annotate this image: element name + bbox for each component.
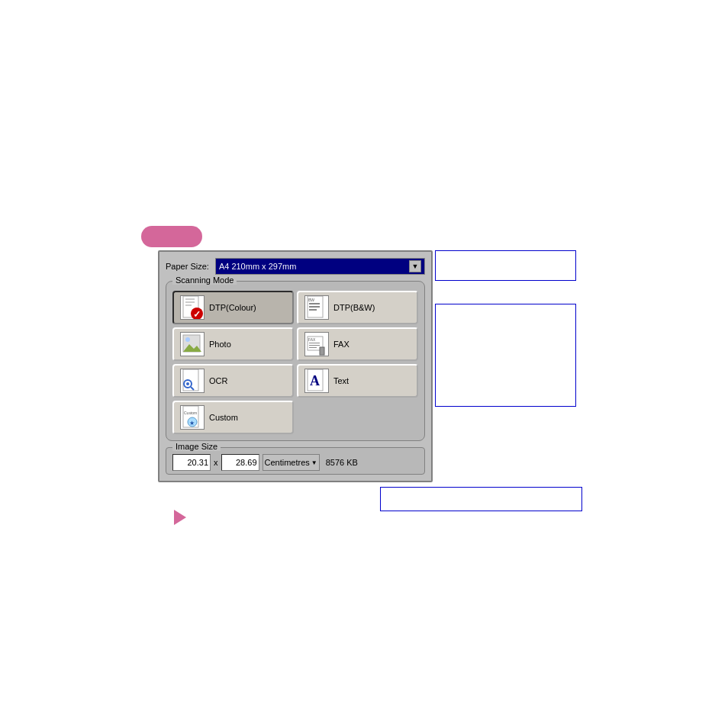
svg-rect-1	[185, 298, 195, 300]
text-label: Text	[333, 376, 349, 385]
svg-text:✓: ✓	[193, 309, 201, 320]
paper-size-label: Paper Size:	[166, 262, 209, 271]
svg-rect-2	[185, 301, 195, 303]
dtp-bw-icon: BW	[304, 295, 329, 320]
dtp-color-icon: ✓	[180, 295, 205, 320]
custom-button[interactable]: Custom ★ Custom	[172, 401, 294, 434]
image-size-x: x	[214, 458, 218, 467]
image-size-legend: Image Size	[172, 442, 221, 451]
paper-size-dropdown-arrow[interactable]: ▼	[409, 260, 421, 272]
paper-size-row: Paper Size: A4 210mm x 297mm ▼	[166, 258, 425, 275]
svg-rect-17	[309, 345, 320, 346]
svg-text:FAX: FAX	[308, 337, 316, 342]
svg-rect-10	[309, 309, 317, 311]
svg-rect-9	[309, 306, 320, 308]
units-value: Centimetres	[265, 458, 310, 467]
svg-rect-18	[309, 347, 317, 348]
custom-label: Custom	[209, 413, 238, 422]
photo-button[interactable]: Photo	[172, 327, 294, 361]
pink-pill-decoration	[141, 226, 202, 247]
fax-icon: FAX	[304, 332, 329, 356]
ocr-icon	[180, 369, 205, 393]
image-size-group: Image Size x Centimetres ▼ 8576 KB	[166, 447, 425, 475]
dtp-color-label: DTP(Colour)	[209, 303, 256, 312]
image-height-input[interactable]	[221, 454, 259, 471]
annotation-box-image-size	[380, 487, 582, 511]
pink-arrow-decoration	[174, 510, 186, 525]
custom-icon: Custom ★	[180, 405, 205, 430]
dtp-bw-label: DTP(B&W)	[333, 303, 375, 312]
image-width-input[interactable]	[172, 454, 211, 471]
svg-text:BW: BW	[308, 298, 314, 302]
svg-point-22	[186, 382, 189, 385]
paper-size-value: A4 210mm x 297mm	[219, 262, 296, 271]
units-dropdown-arrow: ▼	[311, 459, 317, 466]
units-dropdown[interactable]: Centimetres ▼	[263, 454, 320, 471]
scanning-mode-legend: Scanning Mode	[172, 275, 237, 285]
fax-label: FAX	[333, 340, 350, 349]
svg-text:A: A	[310, 373, 320, 388]
ocr-label: OCR	[209, 376, 227, 385]
photo-icon	[180, 332, 205, 356]
annotation-box-scanning-mode	[435, 304, 576, 407]
scanning-mode-group: Scanning Mode ✓ DTP(Colour)	[166, 281, 425, 441]
svg-point-12	[185, 337, 190, 342]
photo-label: Photo	[209, 340, 231, 349]
annotation-box-paper-size	[435, 250, 576, 281]
dtp-bw-button[interactable]: BW DTP(B&W)	[297, 291, 418, 324]
svg-text:Custom: Custom	[184, 411, 197, 415]
image-size-row: x Centimetres ▼ 8576 KB	[172, 454, 418, 471]
text-button[interactable]: A Text	[297, 364, 418, 398]
svg-text:★: ★	[189, 420, 195, 427]
paper-size-dropdown[interactable]: A4 210mm x 297mm ▼	[215, 258, 425, 275]
file-size-value: 8576 KB	[326, 458, 358, 467]
svg-rect-16	[309, 343, 320, 343]
ocr-button[interactable]: OCR	[172, 364, 294, 398]
fax-button[interactable]: FAX FAX	[297, 327, 418, 361]
text-icon: A	[304, 369, 329, 393]
scanning-mode-grid: ✓ DTP(Colour) BW DTP(B&W)	[172, 291, 418, 434]
scanner-dialog: Paper Size: A4 210mm x 297mm ▼ Scanning …	[158, 250, 433, 482]
dtp-color-button[interactable]: ✓ DTP(Colour)	[172, 291, 294, 324]
svg-rect-3	[185, 304, 192, 306]
svg-rect-19	[320, 347, 324, 355]
svg-rect-8	[309, 303, 320, 304]
